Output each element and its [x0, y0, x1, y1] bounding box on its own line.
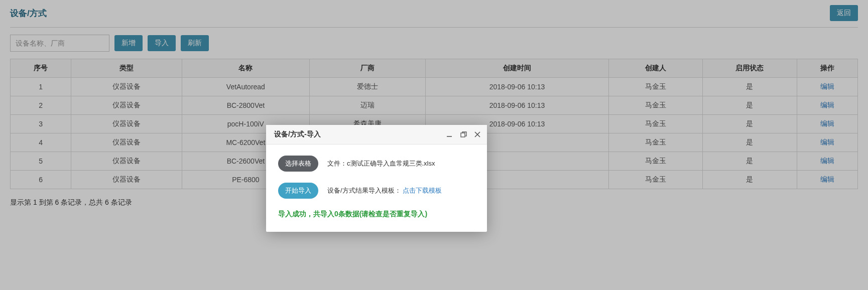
template-label-text: 设备/方式结果导入模板： — [327, 187, 401, 194]
close-icon[interactable] — [474, 131, 481, 138]
modal-row-select: 选择表格 文件：c测试正确导入血常规三类.xlsx — [278, 156, 475, 172]
modal-body: 选择表格 文件：c测试正确导入血常规三类.xlsx 开始导入 设备/方式结果导入… — [266, 144, 487, 232]
modal-controls — [446, 131, 481, 138]
start-import-button[interactable]: 开始导入 — [278, 183, 318, 199]
file-label-prefix: 文件： — [327, 160, 347, 167]
maximize-icon[interactable] — [460, 131, 467, 138]
file-name: c测试正确导入血常规三类.xlsx — [347, 160, 435, 167]
select-file-button[interactable]: 选择表格 — [278, 156, 318, 172]
import-modal: 设备/方式-导入 选择表格 文件：c测试正确导入血常规 — [266, 125, 487, 232]
minimize-icon[interactable] — [446, 131, 453, 138]
modal-header: 设备/方式-导入 — [266, 125, 487, 144]
file-label: 文件：c测试正确导入血常规三类.xlsx — [327, 159, 435, 168]
svg-rect-1 — [461, 133, 465, 137]
import-success-message: 导入成功，共导入0条数据(请检查是否重复导入) — [278, 210, 475, 219]
modal-row-start: 开始导入 设备/方式结果导入模板： 点击下载模板 — [278, 183, 475, 199]
modal-title: 设备/方式-导入 — [274, 130, 321, 139]
template-label: 设备/方式结果导入模板： 点击下载模板 — [327, 186, 442, 195]
download-template-link[interactable]: 点击下载模板 — [403, 187, 442, 194]
